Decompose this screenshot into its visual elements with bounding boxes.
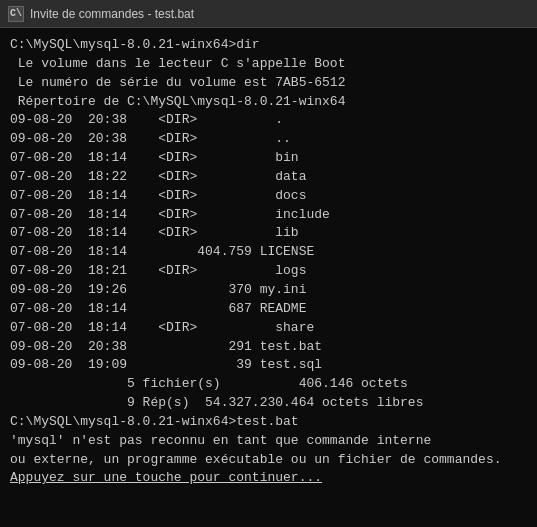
title-bar-text: Invite de commandes - test.bat xyxy=(30,7,194,21)
terminal-line: Répertoire de C:\MySQL\mysql-8.0.21-winx… xyxy=(10,93,527,112)
terminal-line: 07-08-20 18:21 <DIR> logs xyxy=(10,262,527,281)
title-bar-icon: C\ xyxy=(8,6,24,22)
terminal-line: Appuyez sur une touche pour continuer... xyxy=(10,469,527,488)
terminal-line: 07-08-20 18:14 404.759 LICENSE xyxy=(10,243,527,262)
terminal-line: 'mysql' n'est pas reconnu en tant que co… xyxy=(10,432,527,451)
terminal-line: Le volume dans le lecteur C s'appelle Bo… xyxy=(10,55,527,74)
terminal-line: 5 fichier(s) 406.146 octets xyxy=(10,375,527,394)
terminal-line: C:\MySQL\mysql-8.0.21-winx64>dir xyxy=(10,36,527,55)
terminal-line: C:\MySQL\mysql-8.0.21-winx64>test.bat xyxy=(10,413,527,432)
terminal-line: 07-08-20 18:14 <DIR> share xyxy=(10,319,527,338)
terminal-line: Le numéro de série du volume est 7AB5-65… xyxy=(10,74,527,93)
title-bar: C\ Invite de commandes - test.bat xyxy=(0,0,537,28)
terminal-line: 09-08-20 19:26 370 my.ini xyxy=(10,281,527,300)
terminal-line: 09-08-20 20:38 <DIR> .. xyxy=(10,130,527,149)
terminal-line: 07-08-20 18:14 <DIR> bin xyxy=(10,149,527,168)
terminal-line: 07-08-20 18:14 <DIR> include xyxy=(10,206,527,225)
terminal-line: 07-08-20 18:14 <DIR> lib xyxy=(10,224,527,243)
terminal: C:\MySQL\mysql-8.0.21-winx64>dir Le volu… xyxy=(0,28,537,527)
terminal-line: 09-08-20 19:09 39 test.sql xyxy=(10,356,527,375)
terminal-line: 07-08-20 18:14 <DIR> docs xyxy=(10,187,527,206)
terminal-line: 09-08-20 20:38 <DIR> . xyxy=(10,111,527,130)
terminal-line: ou externe, un programme exécutable ou u… xyxy=(10,451,527,470)
terminal-line: 09-08-20 20:38 291 test.bat xyxy=(10,338,527,357)
terminal-line: 07-08-20 18:14 687 README xyxy=(10,300,527,319)
terminal-line: 07-08-20 18:22 <DIR> data xyxy=(10,168,527,187)
terminal-line: 9 Rép(s) 54.327.230.464 octets libres xyxy=(10,394,527,413)
